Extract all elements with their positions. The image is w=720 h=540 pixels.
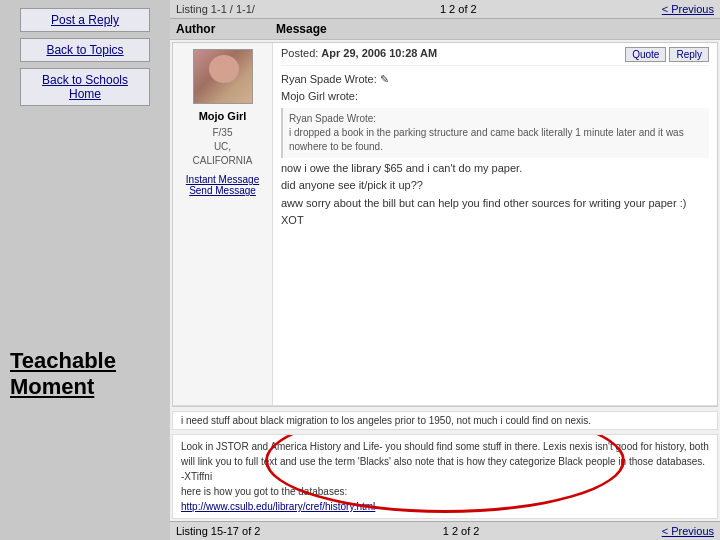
bottom-listing: Listing 15-17 of 2 [176, 525, 260, 537]
need-text: i need stuff about black migration to lo… [181, 415, 591, 426]
message-header: Message [276, 22, 714, 36]
column-headers: Author Message [170, 19, 720, 40]
post-actions: Quote Reply [625, 47, 709, 62]
bottom-prev-link[interactable]: < Previous [662, 525, 714, 537]
prev-link[interactable]: < Previous [662, 3, 714, 15]
post-author: Mojo Girl F/35 UC, CALIFORNIA Instant Me… [173, 43, 273, 405]
history-link[interactable]: http://www.csulb.edu/library/cref/histor… [181, 499, 709, 514]
quote-attr-text: Ryan Spade Wrote: [281, 73, 377, 85]
signature: -XTiffni [181, 469, 709, 484]
highlighted-post-inner: Look in JSTOR and America History and Li… [181, 439, 709, 514]
listing-info: Listing 1-1 / 1-1/ [176, 3, 255, 15]
author-school: UC, [214, 141, 231, 152]
avatar [193, 49, 253, 104]
highlighted-post: Look in JSTOR and America History and Li… [172, 434, 718, 519]
post-row: Mojo Girl F/35 UC, CALIFORNIA Instant Me… [173, 43, 717, 406]
author-name: Mojo Girl [199, 110, 247, 122]
answer-text: Look in JSTOR and America History and Li… [181, 439, 709, 469]
inner-quote-text: i dropped a book in the parking structur… [289, 126, 703, 154]
how-text: here is how you got to the databases: [181, 484, 709, 499]
bottom-nav: Listing 15-17 of 2 1 2 of 2 < Previous [170, 521, 720, 540]
reply-line2: did anyone see it/pick it up?? [281, 178, 709, 193]
page-count: 1 2 of 2 [440, 3, 477, 15]
author-info: F/35 UC, CALIFORNIA [192, 126, 252, 168]
author-header: Author [176, 22, 276, 36]
avatar-image [194, 50, 252, 103]
teachable-moment-label: Teachable Moment [10, 348, 170, 400]
post-reply-btn[interactable]: Post a Reply [20, 8, 150, 32]
inner-quote-attr: Ryan Spade Wrote: [289, 112, 703, 126]
quote-button[interactable]: Quote [625, 47, 666, 62]
post-content: Ryan Spade Wrote: ✎ Mojo Girl wrote: Rya… [281, 70, 709, 401]
author-location: CALIFORNIA [192, 155, 252, 166]
post-header: Posted: Apr 29, 2006 10:28 AM Quote Repl… [281, 47, 709, 66]
sidebar: Post a Reply Back to Topics Back to Scho… [0, 0, 170, 540]
need-text-row: i need stuff about black migration to lo… [172, 411, 718, 430]
reply-xot: XOT [281, 213, 709, 228]
reply-line3: aww sorry about the bill but can help yo… [281, 196, 709, 211]
author-gender-age: F/35 [212, 127, 232, 138]
back-topics-btn[interactable]: Back to Topics [20, 38, 150, 62]
quote-attribution: Ryan Spade Wrote: ✎ [281, 72, 709, 87]
bottom-page-count: 1 2 of 2 [443, 525, 480, 537]
instant-message-link[interactable]: Instant Message [186, 174, 259, 185]
post-date: Posted: Apr 29, 2006 10:28 AM [281, 47, 437, 59]
greeting: Mojo Girl wrote: [281, 89, 709, 104]
post-body: Posted: Apr 29, 2006 10:28 AM Quote Repl… [273, 43, 717, 405]
send-message-link[interactable]: Send Message [186, 185, 259, 196]
main-content: Listing 1-1 / 1-1/ 1 2 of 2 < Previous A… [170, 0, 720, 540]
top-nav: Listing 1-1 / 1-1/ 1 2 of 2 < Previous [170, 0, 720, 19]
reply-line1: now i owe the library $65 and i can't do… [281, 161, 709, 176]
back-schools-btn[interactable]: Back to Schools Home [20, 68, 150, 106]
post-container: Mojo Girl F/35 UC, CALIFORNIA Instant Me… [172, 42, 718, 407]
reply-button[interactable]: Reply [669, 47, 709, 62]
inner-quoted-block: Ryan Spade Wrote: i dropped a book in th… [281, 108, 709, 158]
post-date-value: Apr 29, 2006 10:28 AM [321, 47, 437, 59]
author-links: Instant Message Send Message [186, 174, 259, 196]
